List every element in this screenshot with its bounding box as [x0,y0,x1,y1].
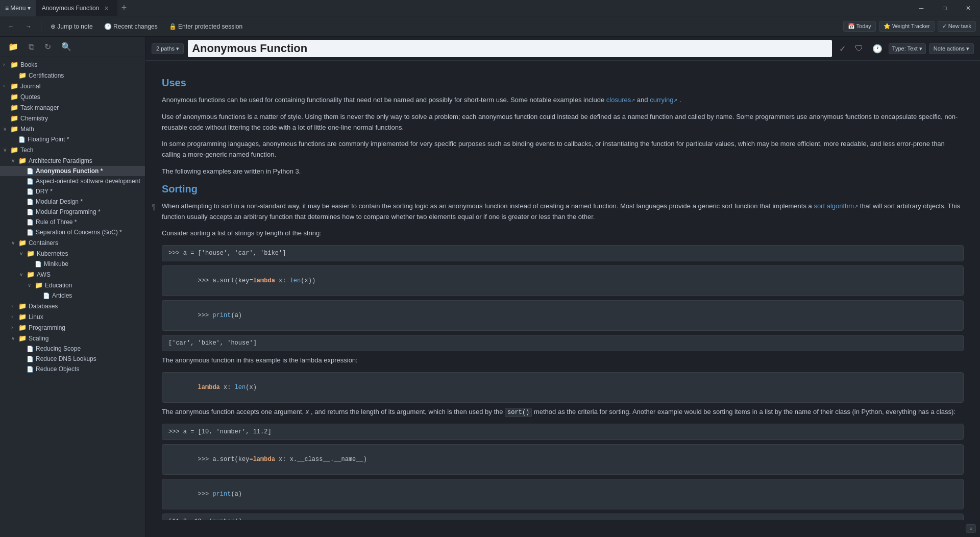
sidebar-item-floating-point[interactable]: 📄 Floating Point * [0,134,145,144]
sidebar-item-education[interactable]: ∨ 📁 Education [0,280,145,290]
sidebar-item-certifications[interactable]: 📁 Certifications [0,70,145,81]
sidebar-item-articles[interactable]: 📄 Articles [0,290,145,301]
window-controls: ─ □ ✕ [910,0,980,16]
folder-icon: 📁 [10,125,18,133]
sidebar-item-reduce-dns[interactable]: 📄 Reduce DNS Lookups [0,354,145,364]
check-icon[interactable]: ✓ [836,42,849,55]
collapse-button[interactable]: « [966,524,976,533]
new-tab-button[interactable]: + [117,3,131,13]
sidebar-item-linux[interactable]: › 📁 Linux [0,311,145,322]
new-note-icon[interactable]: 📁 [4,40,22,54]
sidebar-item-rule-of-three[interactable]: 📄 Rule of Three * [0,217,145,227]
chevron-icon: ∨ [11,335,18,341]
toolbar: ← → ⊕ Jump to note 🕐 Recent changes 🔒 En… [0,16,980,37]
sidebar-item-reducing-scope[interactable]: 📄 Reducing Scope [0,344,145,354]
sidebar-item-databases[interactable]: › 📁 Databases [0,301,145,311]
sidebar-item-scaling[interactable]: ∨ 📁 Scaling [0,333,145,344]
sidebar-item-modular-design[interactable]: 📄 Modular Design * [0,197,145,207]
toolbar-separator [41,21,41,32]
type-select[interactable]: Type: Text ▾ [889,43,926,54]
paths-button[interactable]: 2 paths ▾ [152,43,184,54]
sidebar-item-label: Rule of Three * [36,218,77,226]
menu-button[interactable]: ≡ Menu ▾ [0,0,36,16]
sidebar-item-separation-of-concerns[interactable]: 📄 Separation of Concerns (SoC) * [0,227,145,237]
sidebar-item-quotes[interactable]: 📁 Quotes [0,91,145,102]
doc-icon: 📄 [27,188,34,195]
sidebar-item-reduce-objects[interactable]: 📄 Reduce Objects [0,364,145,374]
recent-changes-button[interactable]: 🕐 Recent changes [100,21,162,32]
search-icon[interactable]: 🔍 [57,40,76,54]
jump-to-note-button[interactable]: ⊕ Jump to note [46,21,97,32]
active-tab[interactable]: Anonymous Function × [36,0,117,16]
folder-icon: 📁 [10,93,18,101]
sidebar-item-modular-programming[interactable]: 📄 Modular Programming * [0,207,145,217]
sorting-paragraph-2: Consider sorting a list of strings by le… [162,228,964,239]
code-block-2: >>> a.sort(key=lambda x: len(x)) [162,265,964,296]
folder-icon: 📁 [10,82,18,90]
sidebar-item-dry[interactable]: 📄 DRY * [0,186,145,197]
para1-mid: and [637,96,650,104]
weight-tracker-button[interactable]: ⭐ Weight Tracker [879,21,935,32]
forward-button[interactable]: → [21,21,36,32]
sort-algorithm-link[interactable]: sort algorithm [814,202,858,210]
chevron-icon: ∨ [19,272,27,277]
sidebar-item-journal[interactable]: › 📁 Journal [0,81,145,91]
restore-button[interactable]: □ [933,0,957,16]
history-icon[interactable]: 🕐 [869,42,886,55]
chevron-icon: ∨ [11,240,18,246]
folder-icon: 📁 [10,61,18,68]
sorting-para1-start: When attempting to sort in a non-standar… [162,202,812,210]
sidebar-item-anonymous-function[interactable]: 📄 Anonymous Function * [0,166,145,176]
sidebar-item-aspect-oriented[interactable]: 📄 Aspect-oriented software development [0,176,145,186]
paragraph-1: Anonymous functions can be used for cont… [162,95,964,106]
sidebar-item-label: Certifications [29,72,64,79]
note-header: 2 paths ▾ ✓ 🛡 🕐 Type: Text ▾ Note action… [145,37,980,61]
doc-icon: 📄 [27,219,34,226]
sidebar-item-programming[interactable]: › 📁 Programming [0,322,145,333]
sidebar-item-label: Scaling [29,335,48,342]
back-button[interactable]: ← [4,21,18,32]
sidebar-item-minikube[interactable]: 📄 Minikube [0,259,145,269]
sort-method-code: sort() [505,408,532,417]
para1-text: Anonymous functions can be used for cont… [162,96,604,104]
tab-close-button[interactable]: × [103,4,109,12]
shield-icon[interactable]: 🛡 [852,42,866,55]
note-actions-bar: ✓ 🛡 🕐 Type: Text ▾ Note actions ▾ [836,42,974,55]
chevron-icon: › [3,62,10,67]
refresh-icon[interactable]: ↻ [40,40,55,54]
sidebar-item-label: Journal [20,83,40,90]
lambda-paragraph: The anonymous function accepts one argum… [162,407,964,418]
new-task-button[interactable]: ✓ New task [938,21,976,32]
lambda-para-text: The anonymous function accepts one argum… [162,408,304,416]
section-sorting-heading: Sorting [162,183,964,195]
protected-session-button[interactable]: 🔒 Enter protected session [165,21,247,32]
today-button[interactable]: 📅 Today [843,21,876,32]
sidebar-item-label: AWS [37,271,51,278]
chevron-icon: › [3,83,10,89]
sidebar-item-books[interactable]: › 📁 Books [0,59,145,70]
sidebar-item-math[interactable]: ∨ 📁 Math [0,124,145,134]
sidebar-item-label: Linux [29,313,43,321]
folder-icon: 📁 [18,324,27,331]
note-actions-button[interactable]: Note actions ▾ [929,43,974,54]
currying-link[interactable]: currying [650,96,677,104]
sidebar-item-kubernetes[interactable]: ∨ 📁 Kubernetes [0,248,145,259]
closures-link[interactable]: closures [606,96,635,104]
folder-icon: 📁 [18,157,27,164]
sidebar-item-label: Modular Programming * [36,208,101,215]
collapse-icon[interactable]: ⧉ [24,40,38,54]
sidebar-item-containers[interactable]: ∨ 📁 Containers [0,237,145,248]
sidebar-item-task-manager[interactable]: 📁 Task manager [0,102,145,113]
sidebar-item-aws[interactable]: ∨ 📁 AWS [0,269,145,280]
scroll-end-area: « [145,520,980,537]
para1-end: . [679,96,681,104]
close-button[interactable]: ✕ [957,0,980,16]
folder-icon: 📁 [18,313,27,321]
minimize-button[interactable]: ─ [910,0,933,16]
sidebar-item-architecture-paradigms[interactable]: ∨ 📁 Architecture Paradigms [0,155,145,166]
sidebar-item-tech[interactable]: ∨ 📁 Tech [0,144,145,155]
folder-icon: 📁 [10,114,18,122]
note-title-input[interactable] [188,40,832,57]
sidebar-item-label: Floating Point * [28,136,69,143]
sidebar-item-chemistry[interactable]: 📁 Chemistry [0,113,145,124]
